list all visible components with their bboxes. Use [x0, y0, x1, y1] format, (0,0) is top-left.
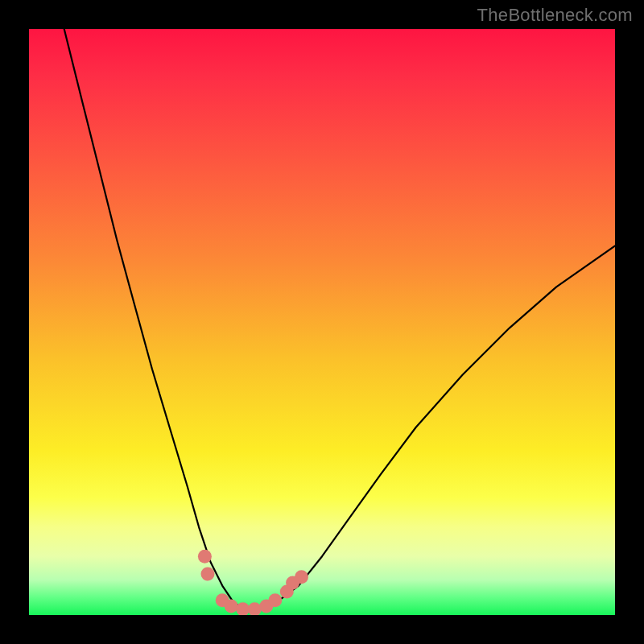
- watermark-text: TheBottleneck.com: [477, 5, 633, 26]
- data-marker: [295, 570, 308, 584]
- data-marker: [201, 568, 215, 581]
- bottleneck-curve: [64, 29, 615, 609]
- data-marker: [198, 550, 212, 564]
- data-marker: [225, 600, 238, 613]
- plot-area: [29, 29, 615, 615]
- data-marker: [248, 602, 262, 615]
- data-marker: [268, 593, 282, 607]
- marker-cluster: [198, 550, 308, 615]
- data-marker: [236, 602, 250, 615]
- chart-svg: [29, 29, 615, 615]
- chart-frame: TheBottleneck.com: [0, 0, 644, 644]
- curve-path: [64, 29, 615, 609]
